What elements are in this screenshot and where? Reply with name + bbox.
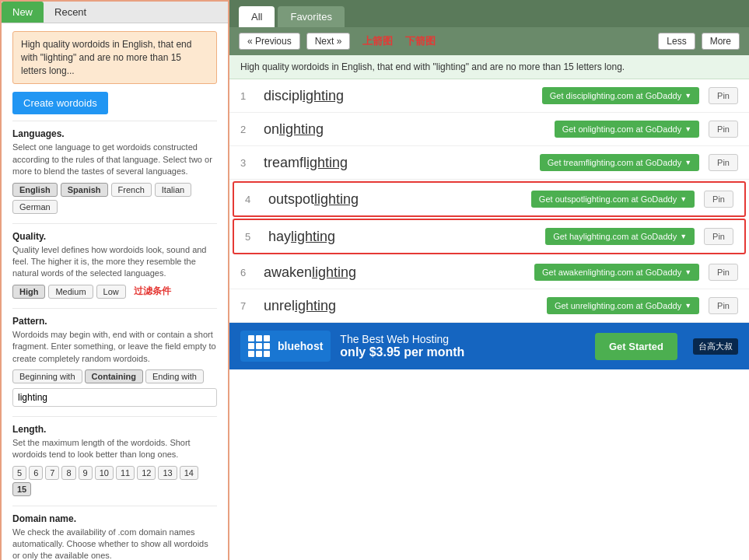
less-button[interactable]: Less <box>658 33 695 50</box>
godaddy-btn-3[interactable]: Get treamflighting.com at GoDaddy <box>540 154 699 171</box>
result-row-1: 1 disciplighting Get disciplighting.com … <box>229 79 749 113</box>
tab-favorites[interactable]: Favorites <box>278 6 344 27</box>
tab-recent[interactable]: Recent <box>44 2 97 23</box>
domain-label: Domain name. <box>12 513 76 524</box>
result-num-5: 5 <box>245 231 259 243</box>
length-label: Length. <box>12 424 46 435</box>
quality-desc: Quality level defines how wordoids look,… <box>12 244 217 280</box>
languages-section: Languages. Select one language to get wo… <box>12 128 217 213</box>
quality-section: Quality. Quality level defines how wordo… <box>12 230 217 299</box>
lang-italian[interactable]: Italian <box>155 183 191 197</box>
result-name-2: onlighting <box>264 121 545 138</box>
bluehost-grid-icon <box>248 335 270 357</box>
result-name-4: outspotlighting <box>268 191 522 208</box>
result-name-6: awakenlighting <box>264 264 525 281</box>
ad-text: The Best Web Hosting only $3.95 per mont… <box>340 333 586 359</box>
result-row-7: 7 unrelighting Get unrelighting.com at G… <box>229 289 749 323</box>
panel-content: High quality wordoids in English, that e… <box>2 23 228 560</box>
result-row-5: 5 haylighting Get haylighting.com at GoD… <box>233 219 746 254</box>
pattern-input[interactable] <box>12 388 217 407</box>
godaddy-btn-2[interactable]: Get onlighting.com at GoDaddy <box>555 121 699 138</box>
query-box: High quality wordoids in English, that e… <box>12 31 217 84</box>
length-section: Length. Set the maximum length of the wo… <box>12 423 217 496</box>
quality-label: Quality. <box>12 231 46 242</box>
result-name-7: unrelighting <box>264 298 537 314</box>
pattern-desc: Wordoids may begin with, end with or con… <box>12 329 217 365</box>
pin-btn-7[interactable]: Pin <box>709 297 738 314</box>
quality-low[interactable]: Low <box>96 285 126 299</box>
right-panel: All Favorites « Previous Next » 上箭图 下箭图 … <box>229 0 749 560</box>
more-button[interactable]: More <box>702 33 740 50</box>
pin-btn-5[interactable]: Pin <box>704 228 733 245</box>
pattern-ending[interactable]: Ending with <box>145 369 204 383</box>
pin-btn-1[interactable]: Pin <box>709 87 738 104</box>
len-6[interactable]: 6 <box>29 466 43 480</box>
result-row-2: 2 onlighting Get onlighting.com at GoDad… <box>229 113 749 146</box>
domain-section: Domain name. We check the availability o… <box>12 513 217 560</box>
result-name-1: disciplighting <box>264 88 533 104</box>
languages-desc: Select one language to get wordoids cons… <box>12 142 217 177</box>
result-num-6: 6 <box>240 267 254 278</box>
pin-btn-4[interactable]: Pin <box>704 191 733 208</box>
result-name-5: haylighting <box>268 229 536 245</box>
filter-annotation: 过滤条件 <box>134 285 171 299</box>
len-10[interactable]: 10 <box>95 466 114 480</box>
godaddy-btn-4[interactable]: Get outspotlighting.com at GoDaddy <box>531 191 695 208</box>
lang-spanish[interactable]: Spanish <box>61 183 108 197</box>
godaddy-btn-1[interactable]: Get disciplighting.com at GoDaddy <box>542 87 699 104</box>
tab-bar: New Recent <box>2 2 228 23</box>
result-row-6: 6 awakenlighting Get awakenlighting.com … <box>229 256 749 289</box>
len-11[interactable]: 11 <box>116 466 135 480</box>
watermark: 台高大叔 <box>693 338 738 355</box>
get-started-button[interactable]: Get Started <box>595 333 677 360</box>
quality-tags: High Medium Low 过滤条件 <box>12 285 217 299</box>
len-7[interactable]: 7 <box>45 466 59 480</box>
pin-btn-3[interactable]: Pin <box>709 154 738 171</box>
domain-desc: We check the availability of .com domain… <box>12 527 217 560</box>
godaddy-btn-6[interactable]: Get awakenlighting.com at GoDaddy <box>534 264 699 281</box>
len-15[interactable]: 15 <box>12 482 31 496</box>
result-num-2: 2 <box>240 124 254 135</box>
result-num-7: 7 <box>240 300 254 312</box>
pin-btn-2[interactable]: Pin <box>709 121 738 138</box>
len-9[interactable]: 9 <box>79 466 93 480</box>
languages-tags: English Spanish French Italian German <box>12 183 217 214</box>
lang-french[interactable]: French <box>111 183 152 197</box>
result-name-3: treamflighting <box>264 155 530 171</box>
ad-banner: bluehost The Best Web Hosting only $3.95… <box>229 323 749 369</box>
bluehost-logo: bluehost <box>240 331 331 362</box>
create-wordoids-button[interactable]: Create wordoids <box>12 92 108 114</box>
tab-all[interactable]: All <box>239 6 275 27</box>
len-5[interactable]: 5 <box>12 466 26 480</box>
ad-line1: The Best Web Hosting <box>340 333 586 345</box>
pattern-type-row: Beginning with Containing Ending with <box>12 369 217 383</box>
quality-medium[interactable]: Medium <box>48 285 93 299</box>
languages-label: Languages. <box>12 128 65 139</box>
pattern-beginning[interactable]: Beginning with <box>12 369 82 383</box>
result-num-1: 1 <box>240 90 254 102</box>
len-14[interactable]: 14 <box>180 466 198 480</box>
length-desc: Set the maximum length of the wordoids. … <box>12 437 217 461</box>
pattern-section: Pattern. Wordoids may begin with, end wi… <box>12 315 217 407</box>
quality-high[interactable]: High <box>12 285 45 299</box>
next-button[interactable]: Next » <box>306 33 351 50</box>
godaddy-btn-5[interactable]: Get haylighting.com at GoDaddy <box>545 228 695 245</box>
lower-cn-annotation: 下箭图 <box>405 34 436 48</box>
prev-button[interactable]: « Previous <box>239 33 300 50</box>
len-13[interactable]: 13 <box>158 466 177 480</box>
bluehost-name: bluehost <box>278 340 323 352</box>
right-toolbar: « Previous Next » 上箭图 下箭图 Less More <box>229 27 749 55</box>
len-12[interactable]: 12 <box>137 466 156 480</box>
result-row-3: 3 treamflighting Get treamflighting.com … <box>229 146 749 180</box>
lang-english[interactable]: English <box>12 183 58 197</box>
tab-new[interactable]: New <box>2 2 44 23</box>
lang-german[interactable]: German <box>12 200 58 214</box>
query-summary: High quality wordoids in English, that e… <box>229 55 749 79</box>
pattern-label: Pattern. <box>12 316 47 327</box>
pin-btn-6[interactable]: Pin <box>709 264 738 281</box>
len-8[interactable]: 8 <box>61 466 75 480</box>
godaddy-btn-7[interactable]: Get unrelighting.com at GoDaddy <box>547 297 699 314</box>
pattern-containing[interactable]: Containing <box>85 369 143 383</box>
length-values: 5 6 7 8 9 10 11 12 13 14 15 <box>12 466 217 496</box>
result-row-4: 4 outspotlighting Get outspotlighting.co… <box>233 181 746 217</box>
